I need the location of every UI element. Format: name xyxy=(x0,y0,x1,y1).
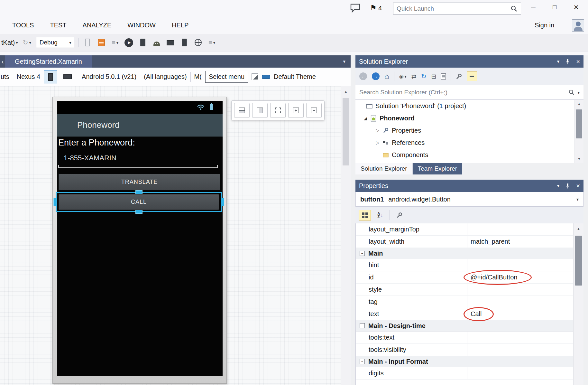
maximize-button[interactable]: □ xyxy=(546,0,564,14)
scrollbar-thumb[interactable] xyxy=(576,109,582,138)
scrollbar-thumb[interactable] xyxy=(343,98,349,165)
alphabetical-sort-button[interactable]: AZ ↓ xyxy=(374,210,386,221)
landscape-button[interactable] xyxy=(61,70,74,83)
window-position-dropdown[interactable]: ▾ xyxy=(557,183,560,189)
android-version-dropdown[interactable]: Android 5.0.1 (v21) xyxy=(82,73,136,80)
menu-test[interactable]: TEST xyxy=(50,22,66,29)
edittext-widget[interactable]: 1-855-XAMARIN xyxy=(64,154,116,162)
start-debug-button[interactable]: ▶ xyxy=(124,37,134,48)
document-tab-active[interactable]: GettingStarted.Xamarin xyxy=(5,55,92,68)
alternate-layouts-label[interactable]: uts xyxy=(1,73,9,80)
property-value[interactable] xyxy=(467,367,573,379)
zoom-to-fit-button[interactable] xyxy=(270,103,286,118)
expander-open-icon[interactable]: ◢ xyxy=(363,116,368,121)
zoom-in-button[interactable] xyxy=(288,103,304,118)
solution-configuration-dropdown[interactable]: Debug ▾ xyxy=(36,37,74,48)
property-section-input-format[interactable]: − Main - Input Format xyxy=(356,356,573,367)
property-row-digits[interactable]: digits xyxy=(356,367,573,380)
document-list-dropdown[interactable]: ▾ xyxy=(343,55,345,68)
expander-closed-icon[interactable]: ▷ xyxy=(375,128,381,133)
sync-with-active-document-button[interactable]: ⇄ xyxy=(411,73,417,80)
tree-item-solution[interactable]: Solution 'Phoneword' (1 project) xyxy=(355,100,583,112)
device-list-dropdown[interactable]: ≡ ▾ xyxy=(110,37,120,48)
tree-item-components[interactable]: Components xyxy=(355,149,583,161)
selected-object-dropdown[interactable]: button1 android.widget.Button ▾ xyxy=(355,192,583,207)
app-title-bar[interactable]: Phoneword xyxy=(57,114,223,136)
selection-outline[interactable]: CALL xyxy=(56,192,222,212)
property-row-hint[interactable]: hint xyxy=(356,259,573,271)
device-dropdown[interactable]: Nexus 4 xyxy=(17,73,40,80)
property-row-layout-width[interactable]: layout_width match_parent xyxy=(356,236,573,248)
textview-widget[interactable]: Enter a Phoneword: xyxy=(58,138,135,148)
property-row-tag[interactable]: tag xyxy=(356,296,573,308)
scroll-up-icon[interactable]: ▲ xyxy=(575,102,583,106)
emulator-screen-button[interactable] xyxy=(179,37,189,48)
pin-icon[interactable] xyxy=(566,183,570,189)
property-value[interactable]: match_parent xyxy=(467,236,573,248)
property-value[interactable] xyxy=(467,259,573,271)
target-framework-dropdown[interactable]: tKat) ▾ xyxy=(1,37,18,48)
select-menu-dropdown[interactable]: Select menu xyxy=(205,71,248,83)
tree-item-properties[interactable]: ▷ Properties xyxy=(355,124,583,136)
portrait-button[interactable] xyxy=(44,70,57,83)
refresh-button[interactable]: ↻ xyxy=(421,73,427,80)
show-all-files-button[interactable] xyxy=(441,73,446,80)
collapse-section-icon[interactable]: − xyxy=(360,359,365,364)
design-surface[interactable]: Phoneword Enter a Phoneword: 1-855-XAMAR… xyxy=(0,86,351,385)
property-section-design-time[interactable]: − Main - Design-time xyxy=(356,320,573,332)
solution-explorer-header[interactable]: Solution Explorer ▾ × xyxy=(355,55,583,68)
close-button[interactable]: × xyxy=(566,0,586,14)
window-position-dropdown[interactable]: ▾ xyxy=(557,59,560,64)
property-value[interactable]: Call xyxy=(467,308,573,320)
design-scrollbar[interactable]: ▲ xyxy=(341,86,351,385)
property-value[interactable] xyxy=(467,284,573,296)
split-horizontal-button[interactable] xyxy=(234,103,250,118)
home-button[interactable]: ⌂ xyxy=(384,72,389,81)
property-row-tools-text[interactable]: tools:text xyxy=(356,332,573,344)
device-screen-button[interactable] xyxy=(166,37,175,48)
close-icon[interactable]: × xyxy=(576,182,580,190)
collapse-section-icon[interactable]: − xyxy=(360,251,365,256)
connected-device-button[interactable] xyxy=(83,37,92,48)
resize-handle-top[interactable] xyxy=(135,190,142,194)
property-value[interactable] xyxy=(467,223,573,235)
menu-analyze[interactable]: ANALYZE xyxy=(83,22,112,29)
property-row-layout-margintop[interactable]: layout_marginTop xyxy=(356,223,573,236)
toolbar-options-button[interactable]: ≡ ▾ xyxy=(207,37,217,48)
zoom-out-button[interactable] xyxy=(306,103,322,118)
scroll-up-icon[interactable]: ▲ xyxy=(574,227,583,231)
quick-launch-box[interactable]: Quick Launch xyxy=(393,3,521,14)
switch-views-button[interactable]: ◈ ▾ xyxy=(399,73,407,80)
translate-button-widget[interactable]: TRANSLATE xyxy=(59,174,220,190)
property-row-text[interactable]: text Call xyxy=(356,308,573,320)
tree-item-references[interactable]: ▷ References xyxy=(355,136,583,149)
sdk-manager-button[interactable] xyxy=(96,37,106,48)
tab-solution-explorer[interactable]: Solution Explorer xyxy=(355,163,413,174)
tab-scroll-left-button[interactable]: ‹ xyxy=(0,55,5,68)
properties-header[interactable]: Properties ▾ × xyxy=(355,180,583,192)
pin-icon[interactable] xyxy=(566,59,570,64)
properties-scrollbar[interactable]: ▲ xyxy=(573,223,583,385)
property-section-main[interactable]: − Main xyxy=(356,248,573,259)
collapse-all-button[interactable]: ⊟ xyxy=(431,73,436,80)
property-row-style[interactable]: style xyxy=(356,284,573,296)
expander-closed-icon[interactable]: ▷ xyxy=(375,140,381,145)
call-button-widget[interactable]: CALL xyxy=(59,194,219,210)
menu-help[interactable]: HELP xyxy=(172,22,188,29)
resize-handle-bottom[interactable] xyxy=(135,210,142,214)
property-pages-button[interactable] xyxy=(393,210,405,221)
property-row-tools-visibility[interactable]: tools:visibility xyxy=(356,344,573,356)
android-emulator-button[interactable] xyxy=(152,37,161,48)
property-row-id[interactable]: id @+id/CallButton xyxy=(356,271,573,284)
tree-item-phoneword-project[interactable]: ◢ Phoneword xyxy=(355,112,583,124)
property-value[interactable]: @+id/CallButton xyxy=(467,271,573,283)
scroll-down-icon[interactable]: ▼ xyxy=(575,156,583,161)
sign-in-link[interactable]: Sign in xyxy=(535,22,554,29)
panel-splitter[interactable] xyxy=(351,55,355,385)
language-dropdown[interactable]: (All languages) xyxy=(144,73,187,80)
preview-selected-items-button[interactable] xyxy=(467,71,477,81)
property-value[interactable] xyxy=(467,332,573,343)
tree-scrollbar[interactable]: ▲ ▼ xyxy=(574,100,583,163)
resize-handle-right[interactable] xyxy=(221,198,224,206)
browser-button[interactable] xyxy=(193,37,203,48)
